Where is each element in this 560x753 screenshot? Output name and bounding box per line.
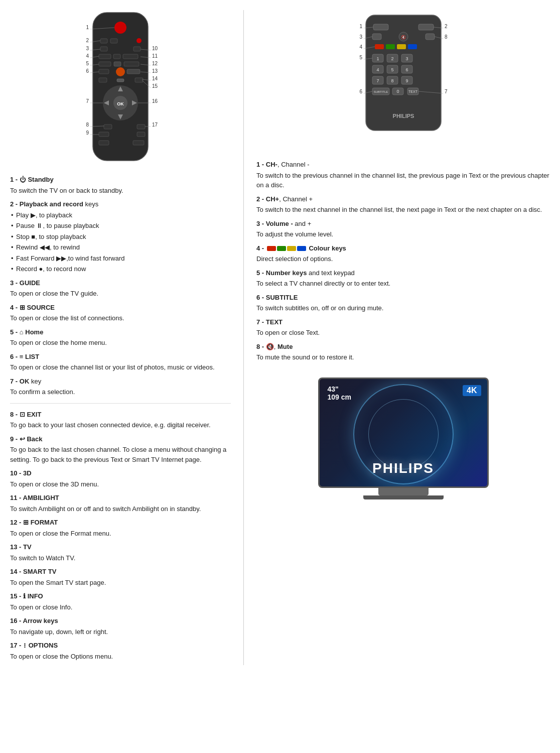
- desc-item-12: 12 - ⊞ FORMAT To open or close the Forma…: [10, 518, 231, 538]
- r-item3-body: To adjust the volume level.: [256, 229, 550, 239]
- svg-rect-17: [117, 79, 124, 82]
- item7-label: OK: [20, 378, 30, 385]
- item9-number: 9 -: [10, 435, 20, 443]
- vertical-divider: [243, 10, 244, 665]
- item1-label: Standby: [28, 176, 53, 183]
- item7-number: 7 -: [10, 378, 20, 385]
- item4-label: SOURCE: [27, 304, 55, 311]
- svg-text:3: 3: [359, 34, 362, 40]
- r-item1-body: To switch to the previous channel in the…: [256, 171, 550, 190]
- desc-item-1: 1 - ⏻ Standby To switch the TV on or bac…: [10, 175, 231, 195]
- item11-number: 11 -: [10, 494, 23, 501]
- tv-screen: 43" 109 cm 4K PHILIPS: [318, 378, 489, 488]
- tv-glow-ring2: [368, 399, 439, 469]
- r-item7-number: 7 -: [256, 318, 266, 326]
- svg-text:8: 8: [445, 34, 448, 40]
- item9-icon: ↩: [20, 435, 27, 443]
- r-item1-number: 1 -: [256, 161, 266, 168]
- svg-point-4: [136, 38, 142, 43]
- left-remote-area: OK 1 2 3 4 5 6: [10, 10, 231, 166]
- desc-item-15: 15 - ℹ INFO To open or close Info.: [10, 591, 231, 612]
- item2-label-suffix: keys: [83, 200, 98, 208]
- r-item1-suffix: , Channel -: [277, 161, 310, 168]
- svg-rect-69: [372, 34, 381, 40]
- r-item1-label: CH-: [266, 161, 277, 168]
- r-item2-suffix: , Channel +: [279, 195, 313, 203]
- svg-text:17: 17: [152, 122, 158, 128]
- svg-rect-76: [408, 44, 417, 49]
- svg-rect-72: [426, 34, 435, 40]
- svg-text:4: 4: [376, 67, 379, 72]
- desc-item-6: 6 - ≡ LIST To open or close the channel …: [10, 352, 231, 372]
- right-column: 🔇 1 2 3 4 5 6: [256, 10, 550, 665]
- green-key-icon: [277, 246, 286, 251]
- svg-rect-9: [123, 54, 138, 59]
- svg-rect-74: [386, 44, 395, 49]
- svg-text:2: 2: [86, 38, 89, 43]
- svg-text:5: 5: [359, 55, 362, 60]
- item8-label: EXIT: [27, 411, 41, 418]
- item5-label: Home: [25, 328, 43, 336]
- bullet-stop: Stop ■, to stop playback: [10, 232, 231, 242]
- right-remote-svg: 🔇 1 2 3 4 5 6: [318, 10, 489, 151]
- svg-text:OK: OK: [117, 101, 124, 106]
- r-desc-item-4: 4 - Colour keys Direct selection of opti…: [256, 243, 550, 264]
- desc-item-9: 9 - ↩ Back To go back to the last chosen…: [10, 434, 231, 465]
- svg-text:16: 16: [152, 98, 158, 104]
- item13-body: To switch to Watch TV.: [10, 553, 231, 563]
- svg-text:15: 15: [152, 83, 158, 89]
- right-descriptions: 1 - CH-, Channel - To switch to the prev…: [256, 160, 550, 499]
- svg-text:4: 4: [86, 53, 89, 59]
- svg-rect-26: [104, 124, 112, 129]
- svg-text:8: 8: [86, 122, 89, 128]
- svg-text:0: 0: [396, 89, 399, 94]
- desc-item-4: 4 - ⊞ SOURCE To open or close the list o…: [10, 303, 231, 323]
- r-item8-body: To mute the sound or to restore it.: [256, 352, 550, 362]
- svg-text:9: 9: [405, 78, 408, 83]
- svg-rect-75: [397, 44, 406, 49]
- svg-text:10: 10: [152, 46, 158, 51]
- item12-number: 12 -: [10, 519, 23, 526]
- item4-number: 4 -: [10, 304, 20, 311]
- svg-text:SUBTITLE: SUBTITLE: [373, 90, 388, 93]
- r-item3-label: Volume -: [266, 220, 293, 227]
- item5-body: To open or close the home menu.: [10, 338, 231, 348]
- r-item6-body: To switch subtitles on, off or on during…: [256, 303, 550, 313]
- r-item8-label-prefix: ,: [274, 343, 277, 350]
- r-item3-suffix: and +: [293, 220, 312, 227]
- svg-text:14: 14: [152, 76, 158, 81]
- svg-text:6: 6: [405, 67, 408, 72]
- r-item5-body: To select a TV channel directly or to en…: [256, 279, 550, 289]
- r-desc-item-6: 6 - SUBTITLE To switch subtitles on, off…: [256, 293, 550, 313]
- item4-icon: ⊞: [20, 304, 27, 311]
- item1-body: To switch the TV on or back to standby.: [10, 186, 231, 196]
- svg-text:2: 2: [391, 56, 393, 61]
- desc-item-13: 13 - TV To switch to Watch TV.: [10, 542, 231, 563]
- svg-text:1: 1: [359, 24, 362, 29]
- left-column: OK 1 2 3 4 5 6: [10, 10, 231, 665]
- tv-brand-label: PHILIPS: [320, 460, 487, 476]
- svg-text:TEXT: TEXT: [408, 90, 418, 93]
- svg-rect-7: [99, 54, 111, 59]
- svg-text:7: 7: [445, 89, 448, 94]
- bullet-pause: Pause ⏸, to pause playback: [10, 221, 231, 231]
- svg-rect-28: [99, 132, 109, 137]
- svg-text:3: 3: [405, 56, 408, 61]
- item6-body: To open or close the channel list or you…: [10, 362, 231, 372]
- item15-number: 15 -: [10, 592, 23, 600]
- desc-item-8: 8 - ⊡ EXIT To go back to your last chose…: [10, 410, 231, 430]
- item15-label: INFO: [28, 592, 43, 600]
- bullet-rewind: Rewind ◀◀, to rewind: [10, 242, 231, 253]
- svg-text:5: 5: [391, 67, 393, 72]
- item12-body: To open or close the Format menu.: [10, 529, 231, 539]
- r-item5-number: 5 -: [256, 269, 266, 277]
- r-item2-body: To switch to the next channel in the cha…: [256, 205, 550, 215]
- r-desc-item-1: 1 - CH-, Channel - To switch to the prev…: [256, 160, 550, 190]
- r-item2-label: CH+: [266, 195, 279, 203]
- item16-body: To navigate up, down, left or right.: [10, 627, 231, 637]
- item8-icon: ⊡: [20, 411, 27, 418]
- svg-text:4: 4: [359, 44, 362, 50]
- svg-text:6: 6: [86, 68, 89, 74]
- r-item7-label: TEXT: [266, 318, 283, 326]
- tv-4k-badge: 4K: [463, 385, 481, 396]
